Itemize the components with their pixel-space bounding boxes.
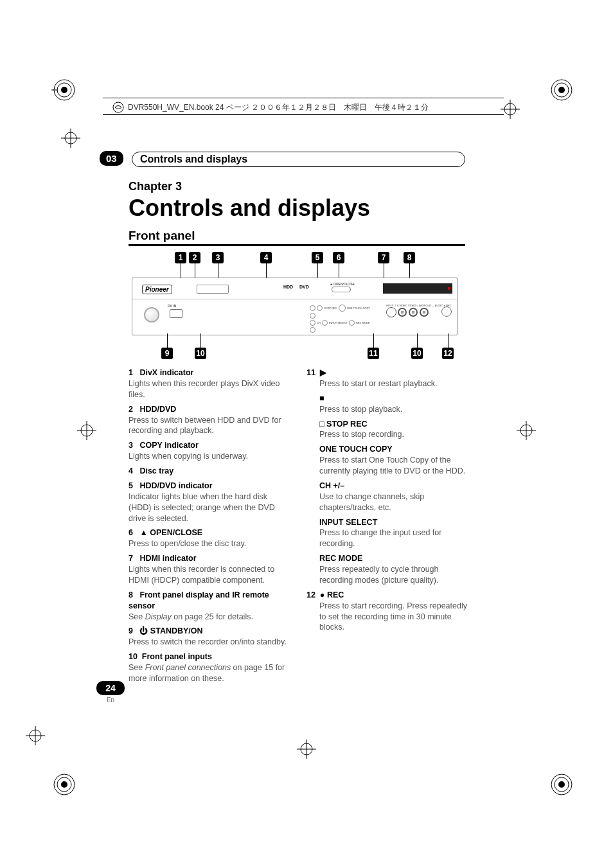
callout-badge: 12 [442,348,454,359]
disc-tray-icon [197,285,229,294]
item-7: 7 HDMI indicator Lights when this record… [129,553,291,586]
header-text: DVR550H_WV_EN.book 24 ページ ２００６年１２月２８日 木曜… [128,102,429,113]
open-close-label: ▲ OPEN/CLOSE [330,282,355,286]
crosshair-icon [517,421,536,440]
callout-badge: 3 [212,252,224,263]
callout-badge: 10 [195,348,206,359]
crosshair-icon [26,726,45,745]
registration-mark-top-left [51,77,77,103]
item-9: 9 ⏻ STANDBY/ON Press to switch the recor… [129,626,291,648]
svg-point-6 [558,87,565,93]
page-lang: En [96,696,125,704]
item-3: 3 COPY indicator Lights when copying is … [129,440,291,462]
rule [103,98,504,98]
chapter-label: Chapter 3 [129,180,370,193]
svg-point-9 [61,781,67,788]
brand-logo: Pioneer [142,285,172,294]
rca-jack-icon [409,308,418,317]
power-button-icon [144,307,159,323]
page: DVR550H_WV_EN.book 24 ページ ２００６年１２月２８日 木曜… [0,0,613,868]
left-column: 1 DivX indicator Lights when this record… [129,368,291,688]
callout-badge: 4 [260,252,272,263]
header-file-info: DVR550H_WV_EN.book 24 ページ ２００６年１２月２８日 木曜… [112,102,497,113]
rca-jack-icon [420,308,429,317]
item-6: 6 ▲ OPEN/CLOSE Press to open/close the d… [129,527,291,549]
dvd-label: DVD [299,285,309,289]
power-icon: ⏻ [139,626,148,635]
front-panel-diagram: 1 2 3 4 5 6 7 8 Pioneer HDD DVD ▲ OPEN/C… [129,252,463,361]
device-illustration: Pioneer HDD DVD ▲ OPEN/CLOSE DV IN STOP … [132,278,458,335]
crosshair-icon [61,128,80,148]
callout-badge: 8 [404,252,415,263]
rec-button-icon [441,306,452,317]
stop-icon: ■ [319,394,324,403]
control-button-cluster: STOP REC ONE TOUCH COPY CH INPUT SELECT … [309,304,377,333]
page-number-value: 24 [96,681,125,695]
chapter-bar: Controls and displays [132,152,465,167]
registration-mark-top-right [549,77,574,103]
callout-badge: 6 [333,252,344,263]
chapter-number-badge: 03 [100,151,123,166]
callout-badge: 11 [368,348,379,359]
item-8: 8 Front panel display and IR remote sens… [129,590,291,623]
chapter-bar-title: Controls and displays [140,154,247,165]
item-11: 11 ▶ Press to start or restart playback.… [306,368,469,586]
chapter-heading: Chapter 3 Controls and displays [129,180,370,222]
hdd-label: HDD [283,285,293,289]
callout-badge: 1 [175,252,186,263]
right-column: 11 ▶ Press to start or restart playback.… [306,368,469,688]
s-video-jack-icon [386,307,396,317]
item-1: 1 DivX indicator Lights when this record… [129,368,291,400]
item-12: 12 ● REC Press to start recording. Press… [306,590,469,633]
registration-mark-bottom-right [549,772,574,797]
crosshair-icon [501,100,520,119]
dv-in-port-icon [170,309,182,318]
book-icon [112,102,124,113]
item-5: 5 HDD/DVD indicator Indicator lights blu… [129,481,291,524]
item-4: 4 Disc tray [129,466,291,477]
rca-jack-icon [398,308,407,317]
callout-badge: 10 [411,348,423,359]
item-10: 10 Front panel inputs See Front panel co… [129,651,291,684]
record-icon: ● [320,590,325,599]
rule [103,114,504,115]
svg-point-12 [558,781,565,788]
callout-badge: 7 [378,252,389,263]
stop-rec-icon: □ [319,420,324,429]
callout-badge: 5 [312,252,323,263]
callout-badge: 2 [189,252,200,263]
callout-badge: 9 [161,348,173,359]
svg-point-2 [61,87,67,93]
dv-in-label: DV IN [168,304,176,308]
chapter-title: Controls and displays [129,195,370,222]
front-display-icon [383,283,452,294]
description-columns: 1 DivX indicator Lights when this record… [129,368,469,688]
eject-icon: ▲ [139,528,147,537]
ir-led-icon [448,287,450,290]
section-heading: Front panel [129,229,465,246]
registration-mark-bottom-left [51,772,77,797]
page-number: 24 En [96,681,125,704]
crosshair-icon [77,421,96,440]
crosshair-icon [297,740,316,759]
open-close-button-icon [332,287,351,292]
play-icon: ▶ [320,368,326,377]
item-2: 2 HDD/DVD Press to switch between HDD an… [129,404,291,437]
